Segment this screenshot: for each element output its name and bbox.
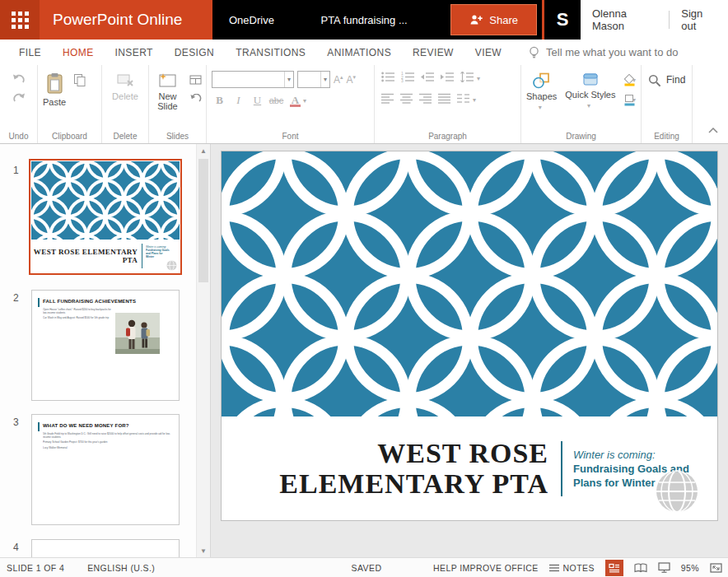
redo-button[interactable] (10, 90, 28, 106)
clipboard-group: Paste Clipboard (38, 65, 102, 143)
thumb2-paragraph: Car Wash in May and August: Raised $500 … (43, 317, 112, 320)
clipboard-group-label: Clipboard (38, 132, 101, 141)
slideshow-view-button[interactable] (658, 562, 670, 573)
user-name[interactable]: Olenna Mason (581, 7, 669, 32)
new-slide-button[interactable]: New Slide (151, 71, 184, 130)
underline-button[interactable]: U (250, 94, 265, 107)
italic-button[interactable]: I (231, 94, 246, 107)
status-left: SLIDE 1 OF 4 ENGLISH (U.S.) (0, 563, 155, 573)
align-center-button[interactable] (400, 92, 413, 107)
find-button[interactable]: Find (643, 71, 690, 130)
indent-button[interactable] (441, 71, 454, 86)
tell-me-box[interactable]: Tell me what you want to do (529, 46, 678, 59)
scroll-up-button[interactable]: ▲ (197, 144, 210, 157)
accent-bar (38, 298, 40, 307)
tab-file[interactable]: FILE (8, 40, 52, 65)
globe-icon (166, 260, 177, 271)
language-button[interactable]: ENGLISH (U.S.) (87, 563, 155, 573)
normal-view-icon (609, 563, 620, 573)
chevron-down-icon[interactable]: ▾ (473, 96, 476, 104)
columns-button[interactable] (457, 92, 469, 107)
delete-group-label: Delete (102, 132, 148, 141)
fit-to-window-button[interactable] (710, 563, 722, 573)
thumb2-paragraph: Open House "coffee chats": Raised $200 t… (43, 308, 112, 314)
numbering-button[interactable]: 123 (401, 71, 414, 86)
editing-group-label: Editing (642, 132, 692, 141)
new-slide-icon (158, 72, 178, 89)
paste-clipboard-icon (45, 72, 64, 95)
reading-view-button[interactable] (634, 563, 647, 573)
normal-view-button[interactable] (605, 560, 623, 576)
grow-font-button[interactable]: A▴ (334, 74, 343, 86)
align-left-button[interactable] (381, 92, 394, 107)
drawing-small-buttons: ▾ ▾ (620, 71, 638, 130)
slideshow-icon (658, 562, 670, 573)
line-spacing-button[interactable] (460, 71, 474, 86)
help-improve-office-link[interactable]: HELP IMPROVE OFFICE (433, 563, 539, 573)
slide-thumbnail-3[interactable]: WHAT DO WE NEED MONEY FOR? 5th Grade Fie… (31, 414, 180, 525)
tab-view[interactable]: VIEW (464, 40, 512, 65)
notes-button[interactable]: NOTES (549, 563, 595, 573)
shapes-button[interactable]: Shapes ▾ (523, 71, 560, 130)
document-title[interactable]: PTA fundraising ... (284, 14, 444, 26)
breadcrumb-onedrive[interactable]: OneDrive (212, 14, 284, 26)
copy-button[interactable] (71, 72, 89, 88)
bold-button[interactable]: B (212, 94, 227, 107)
delete-button[interactable]: Delete (109, 71, 142, 130)
slide-thumbnail-1[interactable]: WEST ROSE ELEMENTARY PTA Winter is comin… (31, 161, 180, 272)
reset-button[interactable] (186, 91, 204, 108)
scrollbar-thumb[interactable] (198, 159, 208, 282)
zoom-level-button[interactable]: 95% (681, 563, 699, 573)
app-title[interactable]: PowerPoint Online (40, 0, 212, 40)
slide-thumbnail-2[interactable]: FALL FUNDRAISING ACHIEVEMENTS Open House… (31, 290, 180, 401)
outdent-icon (421, 72, 434, 82)
align-right-button[interactable] (419, 92, 432, 107)
delete-slide-icon (116, 72, 134, 89)
font-group-label: Font (207, 132, 374, 141)
align-right-icon (419, 93, 432, 104)
share-button[interactable]: Share (450, 4, 537, 35)
font-size-combobox[interactable]: ▾ (297, 71, 330, 88)
layout-button[interactable] (186, 72, 204, 88)
thumb2-body: Open House "coffee chats": Raised $200 t… (32, 306, 179, 365)
user-area: Olenna Mason Sign out (581, 0, 728, 40)
tell-me-label: Tell me what you want to do (546, 46, 678, 58)
shape-outline-button[interactable]: ▾ (620, 91, 638, 108)
chevron-down-icon[interactable]: ▾ (303, 97, 306, 105)
paste-button[interactable]: Paste (40, 71, 69, 130)
scroll-down-button[interactable]: ▼ (197, 544, 210, 557)
topbar-document-area: OneDrive PTA fundraising ... Share (212, 0, 542, 40)
shape-fill-button[interactable]: ▾ (620, 72, 638, 88)
quick-styles-button[interactable]: Quick Styles ▾ (562, 71, 618, 130)
tab-design[interactable]: DESIGN (164, 40, 225, 65)
current-slide[interactable]: WEST ROSE ELEMENTARY PTA Winter is comin… (221, 151, 718, 521)
chevron-down-icon[interactable]: ▾ (477, 75, 480, 82)
shrink-font-button[interactable]: A▾ (347, 74, 357, 86)
slide-title[interactable]: WEST ROSE ELEMENTARY PTA (279, 438, 548, 499)
justify-button[interactable] (438, 92, 450, 107)
sign-out-link[interactable]: Sign out (670, 7, 728, 32)
undo-button[interactable] (10, 71, 28, 87)
slides-group-label: Slides (149, 132, 206, 141)
share-label: Share (489, 14, 518, 26)
slide-thumbnail-4[interactable] (31, 539, 180, 557)
tab-animations[interactable]: ANIMATIONS (316, 40, 402, 65)
tab-insert[interactable]: INSERT (105, 40, 164, 65)
collapse-ribbon-button[interactable] (708, 122, 718, 137)
shapes-label: Shapes (526, 91, 557, 101)
down-arrow-icon: ▾ (353, 74, 357, 80)
tab-review[interactable]: REVIEW (402, 40, 464, 65)
font-name-combobox[interactable]: ▾ (212, 71, 294, 88)
bullets-button[interactable] (381, 71, 394, 86)
thumb1-title: WEST ROSE ELEMENTARY PTA (31, 248, 138, 264)
strikethrough-button[interactable]: abc (268, 95, 284, 105)
status-right: HELP IMPROVE OFFICE NOTES (433, 560, 728, 576)
app-launcher-button[interactable] (0, 0, 40, 40)
thumbnail-scrollbar[interactable]: ▲ ▼ (196, 144, 210, 557)
tab-home[interactable]: HOME (52, 40, 105, 65)
skype-button[interactable]: S (544, 0, 581, 40)
font-color-button[interactable]: A (287, 94, 303, 107)
tab-transitions[interactable]: TRANSITIONS (225, 40, 316, 65)
paragraph-row-1: 123 (381, 71, 519, 86)
outdent-button[interactable] (421, 71, 434, 86)
